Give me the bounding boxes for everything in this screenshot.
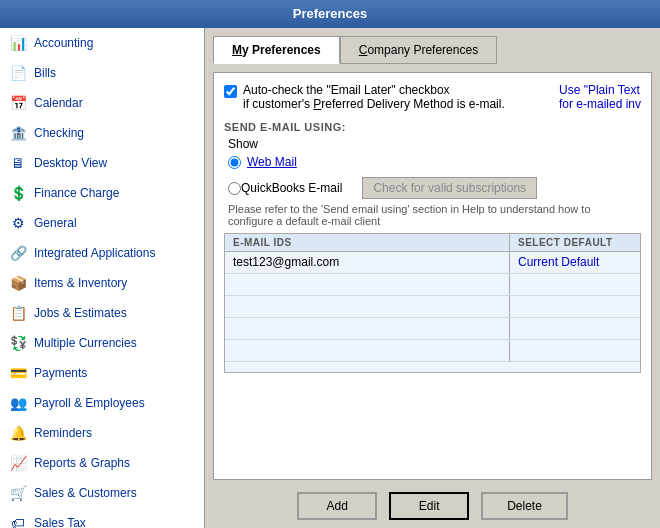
empty-cell: [225, 296, 510, 317]
sidebar-item-label-sales-customers: Sales & Customers: [34, 486, 137, 500]
tab-company-label: Company Preferences: [359, 43, 478, 57]
web-mail-radio[interactable]: [228, 156, 241, 169]
empty-cell: [510, 274, 640, 295]
email-table-body: test123@gmail.com Current Default: [225, 252, 640, 372]
bottom-buttons: Add Edit Delete: [213, 484, 652, 520]
sales-tax-icon: 🏷: [8, 513, 28, 528]
table-row-empty-4: [225, 340, 640, 362]
sidebar-item-label-jobs-estimates: Jobs & Estimates: [34, 306, 127, 320]
qb-email-row: QuickBooks E-mail Check for valid subscr…: [228, 177, 641, 199]
sidebar-item-finance-charge[interactable]: 💲Finance Charge: [0, 178, 204, 208]
sidebar-item-label-integrated-apps: Integrated Applications: [34, 246, 155, 260]
sidebar: 📊Accounting📄Bills📅Calendar🏦Checking🖥Desk…: [0, 28, 205, 528]
sidebar-item-sales-tax[interactable]: 🏷Sales Tax: [0, 508, 204, 528]
plain-text-label: Use "Plain Textfor e-mailed inv: [559, 83, 641, 111]
checking-icon: 🏦: [8, 123, 28, 143]
empty-cell: [510, 318, 640, 339]
email-address-cell: test123@gmail.com: [225, 252, 510, 273]
tab-my-label: MMy Preferencesy Preferences: [232, 43, 321, 57]
send-email-section-label: SEND E-MAIL USING:: [224, 121, 641, 133]
qb-email-radio[interactable]: [228, 182, 241, 195]
show-label: Show: [228, 137, 641, 151]
empty-cell: [510, 296, 640, 317]
sidebar-item-label-reminders: Reminders: [34, 426, 92, 440]
sidebar-item-integrated-apps[interactable]: 🔗Integrated Applications: [0, 238, 204, 268]
sidebar-item-label-payroll-employees: Payroll & Employees: [34, 396, 145, 410]
sidebar-scroll-wrapper: 📊Accounting📄Bills📅Calendar🏦Checking🖥Desk…: [0, 28, 204, 528]
email-col1-header: E-MAIL IDS: [225, 234, 510, 251]
multiple-currencies-icon: 💱: [8, 333, 28, 353]
empty-cell: [510, 340, 640, 361]
select-default-cell[interactable]: Current Default: [510, 252, 640, 273]
sidebar-item-label-sales-tax: Sales Tax: [34, 516, 86, 528]
email-table: E-MAIL IDS SELECT DEFAULT test123@gmail.…: [224, 233, 641, 373]
empty-cell: [225, 340, 510, 361]
delete-button[interactable]: Delete: [481, 492, 568, 520]
sidebar-item-items-inventory[interactable]: 📦Items & Inventory: [0, 268, 204, 298]
company-underline: C: [359, 43, 368, 57]
tab-company-preferences[interactable]: Company Preferences: [340, 36, 497, 64]
sidebar-item-label-bills: Bills: [34, 66, 56, 80]
sidebar-item-label-items-inventory: Items & Inventory: [34, 276, 127, 290]
sidebar-item-label-payments: Payments: [34, 366, 87, 380]
sidebar-item-payments[interactable]: 💳Payments: [0, 358, 204, 388]
window-title: Preferences: [293, 6, 367, 21]
calendar-icon: 📅: [8, 93, 28, 113]
check-subscriptions-button[interactable]: Check for valid subscriptions: [362, 177, 537, 199]
auto-check-checkbox[interactable]: [224, 85, 237, 98]
main-container: 📊Accounting📄Bills📅Calendar🏦Checking🖥Desk…: [0, 28, 660, 528]
sidebar-item-jobs-estimates[interactable]: 📋Jobs & Estimates: [0, 298, 204, 328]
sidebar-item-reminders[interactable]: 🔔Reminders: [0, 418, 204, 448]
email-table-header: E-MAIL IDS SELECT DEFAULT: [225, 234, 640, 252]
edit-button[interactable]: Edit: [389, 492, 469, 520]
sidebar-item-calendar[interactable]: 📅Calendar: [0, 88, 204, 118]
sidebar-item-checking[interactable]: 🏦Checking: [0, 118, 204, 148]
desktop-view-icon: 🖥: [8, 153, 28, 173]
sidebar-list: 📊Accounting📄Bills📅Calendar🏦Checking🖥Desk…: [0, 28, 204, 528]
sidebar-item-label-general: General: [34, 216, 77, 230]
tabs-container: MMy Preferencesy Preferences Company Pre…: [213, 36, 652, 64]
general-icon: ⚙: [8, 213, 28, 233]
tab-content-my-preferences: Auto-check the "Email Later" checkbox if…: [213, 72, 652, 480]
sidebar-item-accounting[interactable]: 📊Accounting: [0, 28, 204, 58]
sidebar-item-payroll-employees[interactable]: 👥Payroll & Employees: [0, 388, 204, 418]
integrated-apps-icon: 🔗: [8, 243, 28, 263]
payments-icon: 💳: [8, 363, 28, 383]
accounting-icon: 📊: [8, 33, 28, 53]
sidebar-item-label-desktop-view: Desktop View: [34, 156, 107, 170]
add-button[interactable]: Add: [297, 492, 377, 520]
sidebar-item-label-reports-graphs: Reports & Graphs: [34, 456, 130, 470]
sidebar-item-desktop-view[interactable]: 🖥Desktop View: [0, 148, 204, 178]
auto-check-row: Auto-check the "Email Later" checkbox if…: [224, 83, 641, 111]
web-mail-label[interactable]: Web Mail: [247, 155, 297, 169]
items-inventory-icon: 📦: [8, 273, 28, 293]
finance-charge-icon: 💲: [8, 183, 28, 203]
web-mail-row: Web Mail: [228, 155, 641, 169]
payroll-employees-icon: 👥: [8, 393, 28, 413]
table-row-empty-1: [225, 274, 640, 296]
reminders-icon: 🔔: [8, 423, 28, 443]
my-underline: M: [232, 43, 242, 57]
table-row-empty-3: [225, 318, 640, 340]
table-row[interactable]: test123@gmail.com Current Default: [225, 252, 640, 274]
title-bar: Preferences: [0, 0, 660, 28]
empty-cell: [225, 318, 510, 339]
empty-cell: [225, 274, 510, 295]
qb-email-label: QuickBooks E-mail: [241, 181, 342, 195]
sidebar-item-multiple-currencies[interactable]: 💱Multiple Currencies: [0, 328, 204, 358]
sidebar-item-reports-graphs[interactable]: 📈Reports & Graphs: [0, 448, 204, 478]
sidebar-item-label-finance-charge: Finance Charge: [34, 186, 119, 200]
sales-customers-icon: 🛒: [8, 483, 28, 503]
sidebar-item-bills[interactable]: 📄Bills: [0, 58, 204, 88]
sidebar-item-sales-customers[interactable]: 🛒Sales & Customers: [0, 478, 204, 508]
sidebar-item-general[interactable]: ⚙General: [0, 208, 204, 238]
email-col2-header: SELECT DEFAULT: [510, 234, 640, 251]
tab-my-preferences[interactable]: MMy Preferencesy Preferences: [213, 36, 340, 64]
sidebar-item-label-accounting: Accounting: [34, 36, 93, 50]
table-row-empty-2: [225, 296, 640, 318]
auto-check-text: Auto-check the "Email Later" checkbox if…: [243, 83, 539, 111]
help-text: Please refer to the 'Send email using' s…: [228, 203, 641, 227]
content-area: MMy Preferencesy Preferences Company Pre…: [205, 28, 660, 528]
jobs-estimates-icon: 📋: [8, 303, 28, 323]
reports-graphs-icon: 📈: [8, 453, 28, 473]
